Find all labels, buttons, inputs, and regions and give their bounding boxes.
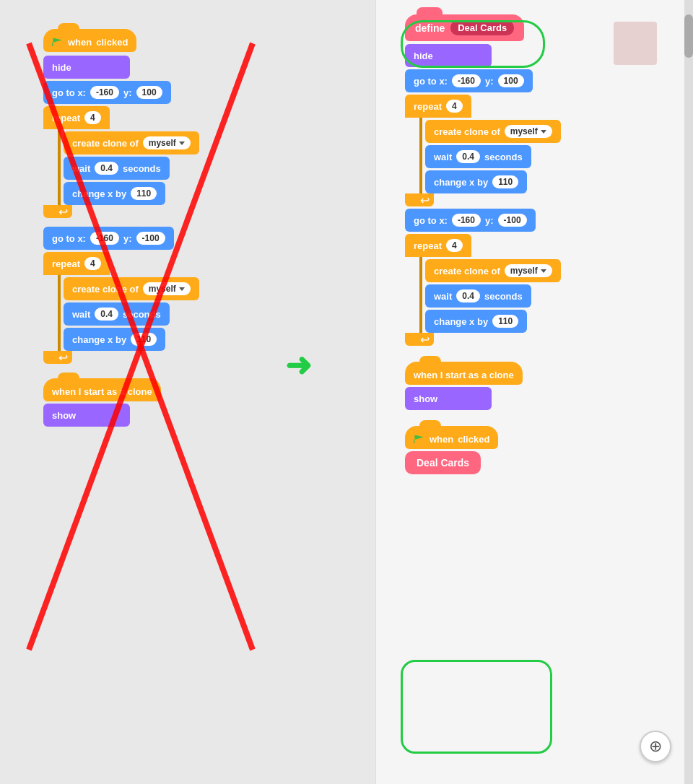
goto-block-r1[interactable]: go to x: -160 y: 100	[405, 69, 533, 92]
repeat-label-2: repeat	[52, 258, 80, 269]
right-panel: define Deal Cards hide go to x: -160 y: …	[375, 0, 693, 784]
left-stack-3: when I start as a clone show	[43, 378, 390, 427]
wait-suffix-r2: seconds	[484, 291, 523, 302]
wait-block-2[interactable]: wait 0.4 seconds	[64, 302, 170, 326]
goto-x-r2[interactable]: -160	[452, 214, 481, 227]
myself-dropdown-1[interactable]: myself	[143, 136, 191, 149]
zoom-icon: ⊕	[649, 737, 662, 756]
create-clone-r1[interactable]: create clone of myself	[425, 120, 561, 143]
dropdown-arrow-r2	[541, 269, 546, 273]
change-x-2[interactable]: change x by 110	[64, 328, 165, 351]
goto-y-label-r2: y:	[485, 215, 494, 226]
deal-cards-call-block[interactable]: Deal Cards	[405, 451, 481, 474]
change-x-val-r2[interactable]: 110	[492, 315, 518, 328]
wait-block-r1[interactable]: wait 0.4 seconds	[425, 145, 531, 168]
create-clone-r2[interactable]: create clone of myself	[425, 259, 561, 282]
goto-y-r2[interactable]: -100	[498, 214, 527, 227]
repeat-block-1[interactable]: repeat 4	[43, 106, 110, 129]
change-x-val-r1[interactable]: 110	[492, 175, 518, 188]
wait-label-2: wait	[72, 309, 90, 320]
clicked-label: clicked	[96, 37, 128, 48]
repeat-val-r2[interactable]: 4	[446, 239, 463, 252]
repeat-block-r1[interactable]: repeat 4	[405, 95, 471, 118]
change-x-r1[interactable]: change x by 110	[425, 170, 527, 193]
clicked-label-right: clicked	[458, 434, 489, 445]
repeat-body-1: create clone of myself wait 0.4 seconds …	[58, 129, 390, 205]
hide-block-1[interactable]: hide	[43, 56, 130, 79]
goto-y1[interactable]: 100	[136, 86, 162, 99]
wait-block-r2[interactable]: wait 0.4 seconds	[425, 284, 531, 308]
goto-y-label-1: y:	[123, 87, 132, 98]
goto-block-1[interactable]: go to x: -160 y: 100	[43, 81, 171, 104]
repeat-arrow-r1: ↩	[420, 193, 430, 207]
change-x-label-1: change x by	[72, 188, 126, 199]
wait-block-1[interactable]: wait 0.4 seconds	[64, 157, 170, 180]
when-clicked-hat-right[interactable]: when clicked	[405, 426, 498, 449]
repeat-label-r1: repeat	[414, 101, 442, 112]
create-clone-1[interactable]: create clone of myself	[64, 131, 199, 154]
clone-hat-left[interactable]: when I start as a clone	[43, 378, 161, 401]
repeat-arrow-1: ↩	[58, 205, 68, 219]
when-clicked-label: when	[68, 37, 92, 48]
deal-cards-call-circle	[401, 660, 552, 754]
goto-block-2[interactable]: go to x: -160 y: -100	[43, 227, 174, 250]
create-clone-label-2: create clone of	[72, 284, 139, 295]
hide-label-r: hide	[414, 51, 433, 61]
repeat-block-2[interactable]: repeat 4	[43, 252, 110, 275]
define-label: define	[415, 22, 445, 34]
wait-val-r1[interactable]: 0.4	[456, 150, 480, 163]
goto-label-1: go to x:	[52, 87, 86, 98]
goto-y2[interactable]: -100	[136, 232, 165, 245]
when-clicked-hat[interactable]: when clicked	[43, 29, 136, 52]
repeat-arrow-2: ↩	[58, 351, 68, 365]
show-block-left[interactable]: show	[43, 404, 130, 427]
create-clone-2[interactable]: create clone of myself	[64, 277, 199, 300]
dropdown-arrow-2	[179, 287, 185, 291]
change-x-val-1[interactable]: 110	[131, 187, 157, 200]
repeat-block-r2[interactable]: repeat 4	[405, 234, 471, 257]
left-stack-1: when clicked hide go to x: -160 y: 100 r…	[43, 29, 390, 218]
wait-val-r2[interactable]: 0.4	[456, 289, 480, 302]
clone-hat-right[interactable]: when I start as a clone	[405, 362, 523, 385]
repeat-val-2[interactable]: 4	[84, 257, 101, 270]
change-x-label-2: change x by	[72, 334, 126, 345]
goto-y-r1[interactable]: 100	[498, 74, 524, 87]
wait-suffix-1: seconds	[123, 163, 161, 174]
dropdown-arrow-r1	[541, 130, 546, 134]
myself-dropdown-2[interactable]: myself	[143, 282, 191, 295]
goto-block-r2[interactable]: go to x: -160 y: -100	[405, 209, 536, 232]
zoom-button[interactable]: ⊕	[640, 731, 671, 762]
right-stack-1: hide go to x: -160 y: 100 repeat 4 creat…	[405, 44, 679, 346]
goto-x1[interactable]: -160	[90, 86, 119, 99]
show-block-right[interactable]: show	[405, 387, 492, 410]
scrollbar[interactable]	[684, 0, 693, 784]
flag-icon	[52, 38, 62, 46]
deal-cards-label[interactable]: Deal Cards	[450, 20, 514, 35]
clone-hat-label-left: when I start as a clone	[52, 386, 152, 397]
define-block[interactable]: define Deal Cards	[405, 14, 524, 41]
change-x-1[interactable]: change x by 110	[64, 182, 165, 205]
right-stack-3: when clicked Deal Cards	[405, 426, 679, 474]
left-panel: when clicked hide go to x: -160 y: 100 r…	[0, 0, 375, 784]
wait-val-1[interactable]: 0.4	[95, 162, 118, 175]
change-x-val-2[interactable]: 110	[131, 333, 157, 346]
arrow-container: ➜	[285, 347, 312, 383]
wait-val-2[interactable]: 0.4	[95, 308, 118, 321]
goto-x2[interactable]: -160	[90, 232, 119, 245]
hide-block-r[interactable]: hide	[405, 44, 492, 67]
repeat-body-r1: create clone of myself wait 0.4 seconds …	[419, 118, 679, 193]
repeat-val-r1[interactable]: 4	[446, 100, 463, 113]
scrollbar-thumb[interactable]	[684, 14, 693, 58]
repeat-bottom-r2: ↩	[405, 333, 434, 346]
repeat-body-r2: create clone of myself wait 0.4 seconds …	[419, 257, 679, 333]
change-x-r2[interactable]: change x by 110	[425, 310, 527, 333]
goto-x-r1[interactable]: -160	[452, 74, 481, 87]
repeat-bottom-r1: ↩	[405, 193, 434, 206]
left-stacks: when clicked hide go to x: -160 y: 100 r…	[43, 29, 390, 427]
myself-dropdown-r1[interactable]: myself	[505, 125, 552, 138]
left-stack-2: go to x: -160 y: -100 repeat 4 create cl…	[43, 227, 390, 364]
myself-dropdown-r2[interactable]: myself	[505, 264, 552, 277]
show-label-left: show	[52, 410, 76, 421]
goto-label-2: go to x:	[52, 233, 86, 244]
repeat-val-1[interactable]: 4	[84, 111, 101, 124]
